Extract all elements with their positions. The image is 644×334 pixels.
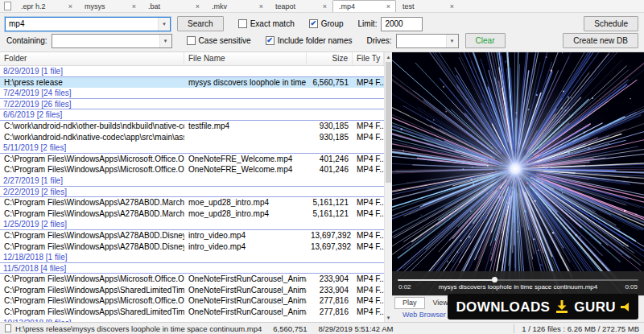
tab-test[interactable]: test× [396,0,460,12]
exact-match-label: Exact match [250,19,295,28]
progress-knob[interactable] [492,277,497,282]
tab-close-icon[interactable]: × [196,2,200,10]
checkbox-box[interactable] [238,19,247,28]
video-controls: 0:02 mysys discovers loophole in time sp… [392,271,644,295]
scroll-down-icon[interactable]: ▼ [385,313,392,322]
create-db-button[interactable]: Create new DB [563,33,638,48]
cell-type: MP4 F... [353,208,384,220]
file-row[interactable]: C:\Program Files\WindowsApps\A278AB0D.Di… [0,241,384,253]
file-row[interactable]: C:\work\android-ndk\other-builds\ndkbuil… [0,121,384,132]
toolbar-row-1: mp4 ▾ Search Exact match ✔ Group Limit: … [5,15,641,32]
watermark-text-left: DOWNLOADS [456,300,550,314]
group-header[interactable]: 6/6/2019 [2 files] [0,109,384,121]
containing-input[interactable]: ▾ [52,34,172,48]
schedule-button[interactable]: Schedule [584,16,638,31]
group-header[interactable]: 12/18/2018 [1 file] [0,252,384,263]
tab-close-icon[interactable]: × [323,2,327,10]
search-dropdown-icon[interactable]: ▾ [158,18,170,31]
drives-dropdown-icon[interactable]: ▾ [446,35,458,47]
cell-name: testfile.mp4 [184,121,307,132]
search-input[interactable]: mp4 ▾ [5,17,171,31]
case-sensitive-checkbox[interactable]: Case sensitive [187,36,251,45]
column-header-folder[interactable]: Folder [0,52,184,65]
tab-bat[interactable]: .bat× [142,0,205,12]
file-row[interactable]: C:\Program Files\WindowsApps\A278AB0D.Di… [0,230,384,241]
starburst-video-frame [392,52,644,295]
group-header[interactable]: 5/11/2019 [2 files] [0,142,384,154]
tab-mp4[interactable]: .mp4× [332,0,396,12]
file-row[interactable]: C:\work\android-ndk\native-codec\app\src… [0,132,384,143]
preview-panel: 0:02 mysys discovers loophole in time sp… [392,52,644,322]
checkbox-box[interactable] [187,36,196,45]
drives-select[interactable]: ▾ [396,34,459,48]
tab-close-icon[interactable]: × [132,2,136,10]
file-row[interactable]: C:\Program Files\WindowsApps\Microsoft.O… [0,164,384,175]
tab-label: test [402,2,415,10]
tab-close-icon[interactable]: × [68,2,72,10]
group-header[interactable]: 8/29/2019 [1 file] [0,66,384,77]
cell-type: MP4 F... [353,230,384,241]
tab-close-icon[interactable]: × [386,2,390,10]
tab-epr-h-2[interactable]: .epr h.2× [14,0,78,12]
column-header-filetype[interactable]: File Ty [353,52,384,65]
group-header[interactable]: 2/22/2019 [2 files] [0,187,384,198]
column-header-filename[interactable]: File Name [184,52,307,65]
checkbox-box[interactable]: ✔ [266,36,275,45]
cell-folder: C:\Program Files\WindowsApps\A278AB0D.Di… [0,241,184,253]
watermark-text-right: GURU [574,300,616,314]
include-folder-names-checkbox[interactable]: ✔ Include folder names [266,36,353,45]
clear-button[interactable]: Clear [465,33,506,48]
column-header-size[interactable]: Size [307,52,353,65]
scrollbar-track[interactable] [385,61,392,313]
tab-close-icon[interactable]: × [259,2,263,10]
tab-web-browser[interactable]: Web Browser [394,309,454,321]
tab-mysys[interactable]: mysys× [78,0,142,12]
cell-name: mysys discovers loophole in time space c… [184,77,307,89]
video-progress-slider[interactable] [398,276,638,283]
group-checkbox[interactable]: ✔ Group [309,19,344,28]
status-selected-date: 8/29/2019 5:51:42 AM [319,324,394,333]
containing-input-value [52,35,159,47]
cell-name [184,132,307,143]
video-info-row: 0:02 mysys discovers loophole in time sp… [398,283,638,291]
drives-label: Drives: [366,36,391,45]
cell-name: OneNoteFirstRunCarousel_Animation2.mp4 [184,307,307,318]
cell-name: intro_video.mp4 [184,241,307,253]
group-header[interactable]: 7/22/2019 [26 files] [0,99,384,110]
download-icon [554,299,570,315]
file-row[interactable]: H:\press releasemysys discovers loophole… [0,77,384,89]
file-list-scrollbar[interactable]: ▲ ▼ [384,52,392,322]
file-row[interactable]: C:\Program Files\WindowsApps\Microsoft.O… [0,154,384,165]
file-row[interactable]: C:\Program Files\WindowsApps\SharedLimit… [0,307,384,318]
video-time-total: 0:05 [625,283,638,291]
group-header[interactable]: 1/25/2019 [2 files] [0,219,384,230]
cell-folder: H:\press release [0,77,184,89]
limit-input[interactable]: 2000 [381,17,423,31]
tab-label: .mp4 [339,2,355,10]
cell-folder: C:\Program Files\WindowsApps\Microsoft.O… [0,295,184,307]
file-row[interactable]: C:\Program Files\WindowsApps\Microsoft.O… [0,274,384,285]
checkbox-box[interactable]: ✔ [309,19,318,28]
scroll-up-icon[interactable]: ▲ [385,52,392,61]
file-row[interactable]: C:\Program Files\WindowsApps\A278AB0D.Ma… [0,197,384,208]
file-row[interactable]: C:\Program Files\WindowsApps\A278AB0D.Ma… [0,208,384,220]
group-header[interactable]: 2/27/2019 [1 file] [0,175,384,187]
cell-size: 5,161,121 [307,208,353,220]
group-header[interactable]: 11/5/2018 [4 files] [0,263,384,274]
search-button[interactable]: Search [177,16,224,31]
file-row[interactable]: C:\Program Files\WindowsApps\SharedLimit… [0,285,384,296]
containing-dropdown-icon[interactable]: ▾ [159,35,171,47]
cell-folder: C:\work\android-ndk\native-codec\app\src… [0,132,184,143]
tab-close-icon[interactable]: × [450,2,454,10]
file-row[interactable]: C:\Program Files\WindowsApps\Microsoft.O… [0,295,384,307]
video-player[interactable]: 0:02 mysys discovers loophole in time sp… [392,52,644,295]
status-file-icon [5,324,11,332]
cell-name: OneNoteFirstRunCarousel_Animation1.mp4 [184,274,307,285]
tab-teapot[interactable]: teapot× [269,0,332,12]
group-header[interactable]: 7/24/2019 [24 files] [0,88,384,99]
exact-match-checkbox[interactable]: Exact match [238,19,295,28]
tab-mkv[interactable]: .mkv× [205,0,269,12]
tab-play[interactable]: Play [394,297,425,309]
downloads-guru-watermark: DOWNLOADS GURU [448,294,638,320]
scrollbar-thumb[interactable] [386,62,391,183]
